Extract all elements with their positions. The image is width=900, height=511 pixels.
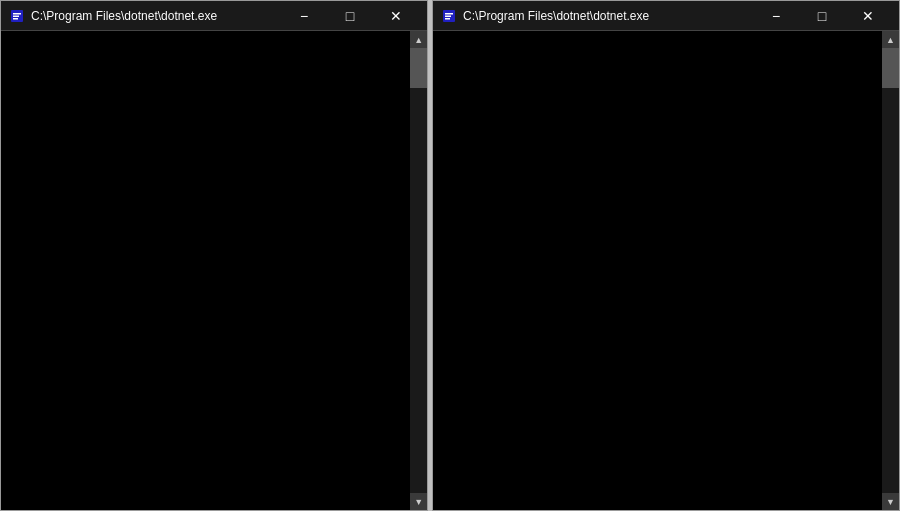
svg-rect-7	[445, 18, 450, 20]
scroll-down-left[interactable]: ▼	[410, 493, 427, 510]
scroll-up-right[interactable]: ▲	[882, 31, 899, 48]
app-icon-right	[441, 8, 457, 24]
svg-rect-5	[445, 13, 453, 15]
close-button-left[interactable]: ✕	[373, 1, 419, 31]
scrollbar-left[interactable]: ▲ ▼	[410, 31, 427, 510]
minimize-button-left[interactable]: −	[281, 1, 327, 31]
title-bar-left: C:\Program Files\dotnet\dotnet.exe − □ ✕	[1, 1, 427, 31]
maximize-button-left[interactable]: □	[327, 1, 373, 31]
window-left: C:\Program Files\dotnet\dotnet.exe − □ ✕…	[0, 0, 428, 511]
scroll-down-right[interactable]: ▼	[882, 493, 899, 510]
title-text-left: C:\Program Files\dotnet\dotnet.exe	[31, 9, 281, 23]
title-bar-right: C:\Program Files\dotnet\dotnet.exe − □ ✕	[433, 1, 899, 31]
window-controls-right: − □ ✕	[753, 1, 891, 31]
title-text-right: C:\Program Files\dotnet\dotnet.exe	[463, 9, 753, 23]
scroll-up-left[interactable]: ▲	[410, 31, 427, 48]
minimize-button-right[interactable]: −	[753, 1, 799, 31]
maximize-button-right[interactable]: □	[799, 1, 845, 31]
scrollbar-right[interactable]: ▲ ▼	[882, 31, 899, 510]
console-area-left: He ▲ ▼	[1, 31, 427, 510]
window-controls-left: − □ ✕	[281, 1, 419, 31]
scroll-thumb-right[interactable]	[882, 48, 899, 88]
console-area-right: Press [enter] to exit. ▲ ▼	[433, 31, 899, 510]
scroll-track-left	[410, 48, 427, 493]
window-right: C:\Program Files\dotnet\dotnet.exe − □ ✕…	[432, 0, 900, 511]
svg-rect-2	[13, 15, 19, 17]
scroll-thumb-left[interactable]	[410, 48, 427, 88]
svg-rect-3	[13, 18, 18, 20]
scroll-track-right	[882, 48, 899, 493]
svg-rect-6	[445, 15, 451, 17]
close-button-right[interactable]: ✕	[845, 1, 891, 31]
app-icon-left	[9, 8, 25, 24]
svg-rect-1	[13, 13, 21, 15]
